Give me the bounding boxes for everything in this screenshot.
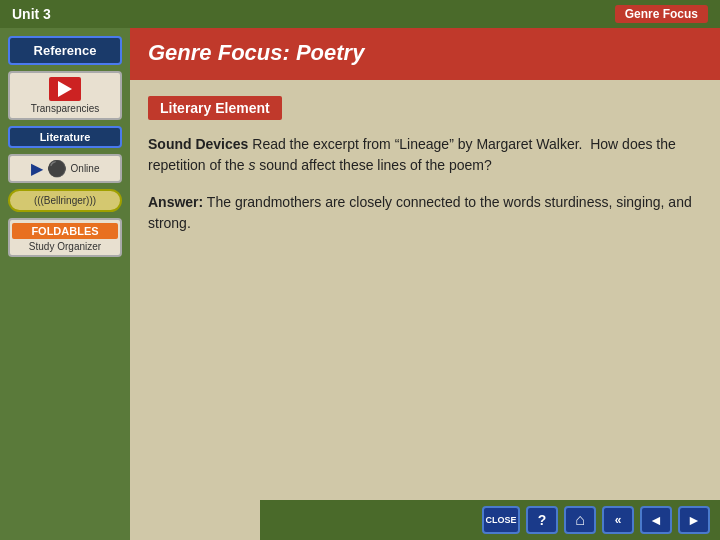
main-content: Genre Focus: Poetry Literary Element Sou… [130, 28, 720, 540]
transparencies-icon [49, 77, 81, 101]
home-icon: ⌂ [575, 511, 585, 529]
foldables-header: FOLDABLES [12, 223, 118, 239]
literary-element-badge: Literary Element [148, 96, 282, 120]
unit-title: Unit 3 [12, 6, 51, 22]
top-bar: Unit 3 Genre Focus [0, 0, 720, 28]
answer-label: Answer: [148, 194, 203, 210]
sidebar: Reference Transparencies Literature ▶ ⚫ … [0, 28, 130, 540]
sidebar-item-online[interactable]: ▶ ⚫ Online [8, 154, 122, 183]
sidebar-item-literature[interactable]: Literature [8, 126, 122, 148]
back-button[interactable]: ◄ [640, 506, 672, 534]
sidebar-item-transparencies[interactable]: Transparencies [8, 71, 122, 120]
forward-button[interactable]: ► [678, 506, 710, 534]
content-body: Literary Element Sound Devices Read the … [130, 80, 720, 540]
close-button[interactable]: CLOSE [482, 506, 520, 534]
home-button[interactable]: ⌂ [564, 506, 596, 534]
content-title: Genre Focus: Poetry [148, 40, 702, 66]
play-triangle-icon [58, 81, 72, 97]
back-arrow-icon: ◄ [649, 512, 663, 528]
answer-paragraph: Answer: The grandmothers are closely con… [148, 192, 702, 234]
sidebar-item-foldables[interactable]: FOLDABLES Study Organizer [8, 218, 122, 257]
content-header: Genre Focus: Poetry [130, 28, 720, 80]
sidebar-item-reference[interactable]: Reference [8, 36, 122, 65]
sound-devices-label: Sound Devices [148, 136, 248, 152]
bottom-nav-bar: CLOSE ? ⌂ « ◄ ► [260, 500, 720, 540]
genre-focus-label: Genre Focus [615, 5, 708, 23]
rewind-icon: « [615, 513, 622, 527]
online-play-icon: ▶ [31, 159, 43, 178]
forward-arrow-icon: ► [687, 512, 701, 528]
rewind-button[interactable]: « [602, 506, 634, 534]
help-button[interactable]: ? [526, 506, 558, 534]
sidebar-item-bellringer[interactable]: (((Bellringer))) [8, 189, 122, 212]
online-circle-icon: ⚫ [47, 159, 67, 178]
content-paragraph-1: Sound Devices Read the excerpt from “Lin… [148, 134, 702, 176]
